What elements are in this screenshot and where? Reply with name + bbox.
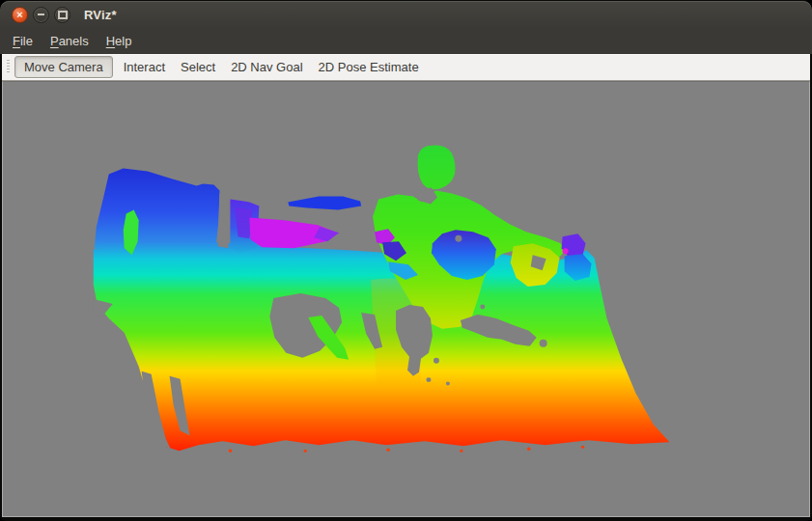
close-button[interactable]: ×: [12, 7, 28, 23]
pointcloud-hole-dot: [540, 340, 547, 347]
minimize-icon: [38, 14, 44, 15]
maximize-icon: [58, 11, 68, 19]
pointcloud-hole-dot: [426, 377, 431, 382]
menu-help[interactable]: Help: [98, 30, 141, 52]
menu-help-label: elp: [115, 34, 131, 48]
pointcloud-person-head: [418, 146, 456, 190]
pointcloud-speck: [229, 450, 233, 453]
window-controls: ×: [12, 7, 70, 23]
pointcloud-hole-dot: [455, 235, 462, 242]
pointcloud-hole-dot: [446, 382, 450, 386]
menu-file-mnemonic: F: [13, 34, 20, 48]
pointcloud-blue-strip: [288, 196, 361, 209]
menu-panels-mnemonic: P: [50, 34, 59, 48]
rviz-window: × RViz* File Panels Help Move Camera Int…: [0, 0, 812, 521]
menu-file[interactable]: File: [4, 30, 42, 52]
minimize-button[interactable]: [33, 7, 49, 23]
pointcloud-notch: [217, 193, 229, 248]
menu-panels-label: anels: [59, 34, 89, 48]
pointcloud-speck: [386, 449, 390, 452]
menu-file-label: ile: [20, 34, 33, 48]
tool-select[interactable]: Select: [173, 56, 223, 78]
tool-2d-nav-goal[interactable]: 2D Nav Goal: [223, 56, 310, 78]
tool-2d-pose-estimate[interactable]: 2D Pose Estimate: [311, 56, 427, 78]
pointcloud-speck: [581, 446, 584, 449]
menu-panels[interactable]: Panels: [42, 30, 98, 52]
pointcloud-speck: [460, 450, 462, 452]
pointcloud-canvas: [3, 82, 809, 516]
tool-interact[interactable]: Interact: [116, 56, 173, 78]
pointcloud-speck: [527, 448, 531, 452]
pointcloud-screen: [95, 169, 220, 255]
menu-help-mnemonic: H: [106, 34, 115, 48]
toolbar: Move Camera Interact Select 2D Nav Goal …: [2, 54, 810, 81]
close-icon: ×: [16, 10, 22, 20]
tool-move-camera[interactable]: Move Camera: [14, 56, 113, 78]
toolbar-handle[interactable]: [7, 60, 10, 74]
pointcloud-speck: [304, 450, 307, 452]
window-title: RViz*: [84, 8, 117, 22]
3d-viewport[interactable]: [2, 81, 810, 517]
pointcloud-magenta-dot: [563, 248, 569, 254]
menubar: File Panels Help: [0, 28, 812, 54]
titlebar[interactable]: × RViz*: [0, 1, 812, 28]
pointcloud-hole-dot: [434, 358, 439, 364]
pointcloud-hole-dot: [480, 304, 485, 309]
maximize-button[interactable]: [54, 7, 70, 23]
